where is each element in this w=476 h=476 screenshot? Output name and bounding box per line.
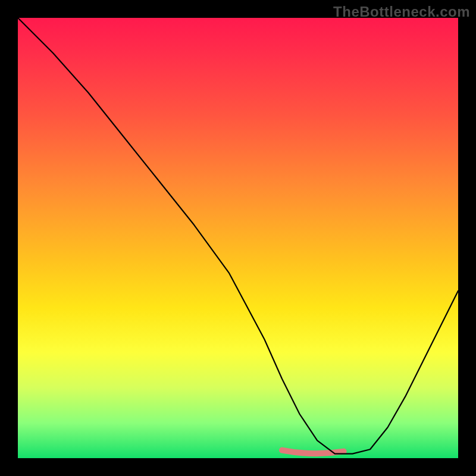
watermark-text: TheBottleneck.com: [333, 4, 470, 20]
plot-area: [18, 18, 458, 458]
bottleneck-curve: [18, 18, 458, 454]
chart-frame: TheBottleneck.com: [0, 0, 476, 476]
curve-svg: [18, 18, 458, 458]
